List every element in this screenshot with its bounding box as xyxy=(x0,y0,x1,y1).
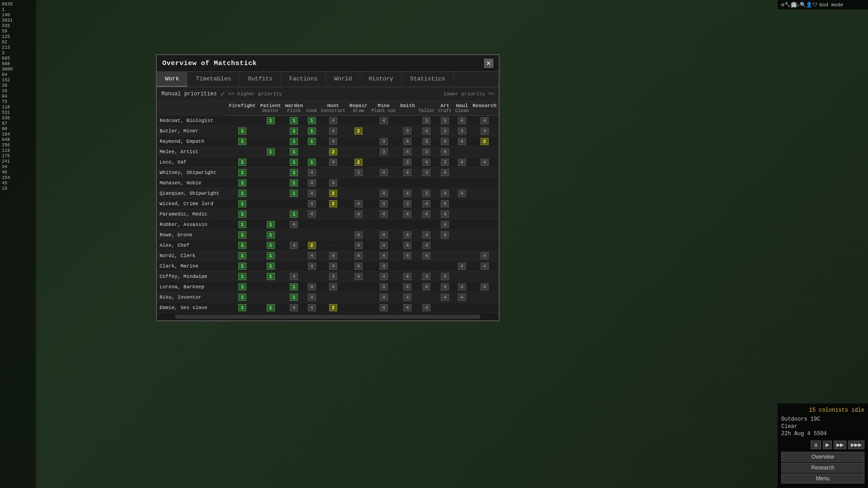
work-cell[interactable] xyxy=(453,230,470,240)
work-cell[interactable] xyxy=(437,303,453,313)
fastest-button[interactable]: ▶▶▶ xyxy=(848,441,864,449)
work-cell[interactable] xyxy=(283,251,305,261)
work-cell[interactable]: 1 xyxy=(258,220,283,230)
work-cell[interactable]: 4 xyxy=(348,240,369,251)
work-cell[interactable] xyxy=(470,230,499,240)
work-cell[interactable]: 4 xyxy=(319,178,348,188)
work-cell[interactable] xyxy=(470,303,499,313)
work-cell[interactable]: 1 xyxy=(226,178,258,188)
work-cell[interactable]: 4 xyxy=(398,209,417,220)
work-cell[interactable]: 1 xyxy=(305,126,319,136)
work-cell[interactable]: 1 xyxy=(305,136,319,147)
work-cell[interactable]: 4 xyxy=(416,251,436,261)
work-cell[interactable]: 4 xyxy=(437,230,453,240)
work-cell[interactable]: 4 xyxy=(470,261,499,272)
work-cell[interactable]: 4 xyxy=(398,303,417,313)
colonist-name[interactable]: Redcoat, Biologist xyxy=(157,116,226,126)
work-cell[interactable]: · xyxy=(470,292,499,303)
work-cell[interactable]: 4 xyxy=(319,126,348,136)
work-cell[interactable] xyxy=(453,199,470,209)
work-cell[interactable]: 4 xyxy=(470,251,499,261)
work-cell[interactable] xyxy=(369,157,398,168)
work-cell[interactable]: 2 xyxy=(319,303,348,313)
work-cell[interactable]: 4 xyxy=(305,303,319,313)
work-cell[interactable]: 4 xyxy=(416,282,436,292)
work-cell[interactable]: 4 xyxy=(470,126,499,136)
colonist-name[interactable]: Alex, Chef xyxy=(157,240,226,251)
menu-button[interactable]: Menu xyxy=(781,474,864,483)
work-cell[interactable]: 4 xyxy=(283,303,305,313)
work-cell[interactable]: 1 xyxy=(226,292,258,303)
work-cell[interactable]: 1 xyxy=(283,168,305,178)
work-cell[interactable]: 4 xyxy=(437,209,453,220)
work-cell[interactable]: 1 xyxy=(305,157,319,168)
work-cell[interactable]: 1 xyxy=(258,147,283,157)
work-cell[interactable]: 4 xyxy=(369,251,398,261)
work-cell[interactable]: 4 xyxy=(453,116,470,126)
work-cell[interactable] xyxy=(348,220,369,230)
work-cell[interactable]: 4 xyxy=(305,188,319,199)
work-cell[interactable]: 4 xyxy=(319,136,348,147)
work-cell[interactable]: 4 xyxy=(470,116,499,126)
work-cell[interactable]: 3 xyxy=(416,147,436,157)
work-cell[interactable]: 1 xyxy=(226,240,258,251)
colonist-name[interactable]: Clark, Marine xyxy=(157,261,226,272)
work-cell[interactable]: 1 xyxy=(226,126,258,136)
work-cell[interactable] xyxy=(348,282,369,292)
colonist-name[interactable]: Rowe, Drone xyxy=(157,230,226,240)
work-cell[interactable]: 3 xyxy=(369,136,398,147)
work-cell[interactable] xyxy=(258,209,283,220)
work-cell[interactable]: 1 xyxy=(258,272,283,282)
work-cell[interactable]: 4 xyxy=(453,157,470,168)
colonist-name[interactable]: Loco, Oaf xyxy=(157,157,226,168)
work-cell[interactable]: 2 xyxy=(305,240,319,251)
colonist-name[interactable]: Nordi, Clerk xyxy=(157,251,226,261)
work-cell[interactable] xyxy=(369,126,398,136)
work-cell[interactable] xyxy=(416,178,436,188)
tab-timetables[interactable]: Timetables xyxy=(188,72,240,87)
research-button[interactable]: Research xyxy=(781,463,864,473)
pause-button[interactable]: ⏸ xyxy=(811,441,821,449)
work-cell[interactable]: · xyxy=(348,292,369,303)
work-cell[interactable]: 1 xyxy=(226,188,258,199)
work-cell[interactable]: 4 xyxy=(398,251,417,261)
work-cell[interactable]: 4 xyxy=(416,126,436,136)
work-cell[interactable]: 4 xyxy=(369,116,398,126)
work-cell[interactable] xyxy=(470,168,499,178)
work-cell[interactable]: 4 xyxy=(416,168,436,178)
work-cell[interactable]: 3 xyxy=(398,157,417,168)
work-cell[interactable]: 3 xyxy=(437,157,453,168)
work-cell[interactable] xyxy=(398,261,417,272)
colonist-name[interactable]: Melee, Artist xyxy=(157,147,226,157)
work-cell[interactable]: 1 xyxy=(283,209,305,220)
work-cell[interactable]: 4 xyxy=(369,272,398,282)
work-cell[interactable]: 4 xyxy=(437,292,453,303)
work-cell[interactable] xyxy=(470,272,499,282)
work-cell[interactable]: 3 xyxy=(348,168,369,178)
work-cell[interactable] xyxy=(453,209,470,220)
work-cell[interactable]: 4 xyxy=(453,282,470,292)
work-cell[interactable]: 1 xyxy=(283,157,305,168)
work-cell[interactable] xyxy=(319,230,348,240)
work-cell[interactable]: 1 xyxy=(226,220,258,230)
work-cell[interactable]: 2 xyxy=(319,199,348,209)
work-cell[interactable] xyxy=(453,303,470,313)
work-cell[interactable]: 4 xyxy=(437,147,453,157)
work-cell[interactable]: 4 xyxy=(398,188,417,199)
work-cell[interactable]: 4 xyxy=(416,199,436,209)
work-cell[interactable] xyxy=(305,230,319,240)
work-cell[interactable] xyxy=(348,188,369,199)
work-cell[interactable] xyxy=(319,292,348,303)
work-cell[interactable] xyxy=(258,199,283,209)
work-cell[interactable]: 3 xyxy=(437,126,453,136)
work-cell[interactable]: 1 xyxy=(226,303,258,313)
work-cell[interactable] xyxy=(305,272,319,282)
work-cell[interactable]: 4 xyxy=(369,168,398,178)
work-cell[interactable]: 1 xyxy=(226,199,258,209)
work-cell[interactable] xyxy=(258,188,283,199)
work-cell[interactable]: 3 xyxy=(398,126,417,136)
work-cell[interactable]: 4 xyxy=(305,282,319,292)
work-cell[interactable]: 4 xyxy=(305,251,319,261)
work-cell[interactable] xyxy=(348,136,369,147)
work-cell[interactable]: 4 xyxy=(305,178,319,188)
